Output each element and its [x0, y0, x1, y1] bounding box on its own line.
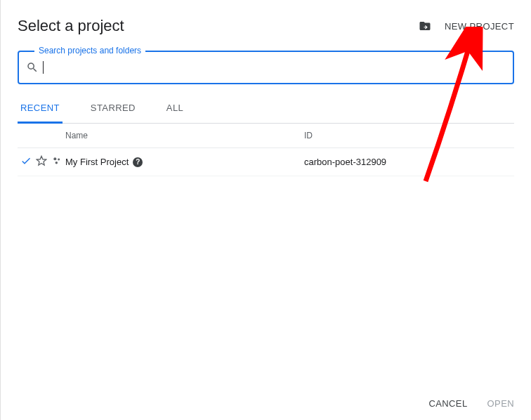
open-button[interactable]: OPEN — [487, 398, 514, 409]
svg-point-2 — [55, 162, 58, 164]
col-header-name: Name — [65, 131, 304, 140]
table-row[interactable]: My First Project ? carbon-poet-312909 — [18, 148, 514, 176]
dialog-footer: CANCEL OPEN — [428, 398, 514, 409]
new-project-button[interactable]: NEW PROJECT — [445, 21, 514, 32]
tabs: RECENT STARRED ALL — [18, 103, 514, 124]
header-actions: NEW PROJECT — [418, 20, 514, 32]
selected-check-icon — [20, 155, 32, 169]
search-input[interactable] — [44, 62, 506, 73]
row-icons — [18, 155, 65, 169]
table-header: Name ID — [18, 124, 514, 148]
col-header-id: ID — [304, 131, 514, 140]
row-name-cell: My First Project ? — [65, 157, 304, 167]
help-icon[interactable]: ? — [133, 157, 143, 167]
dialog-header: Select a project NEW PROJECT — [18, 17, 514, 35]
tab-all[interactable]: ALL — [164, 103, 186, 124]
search-icon — [26, 61, 39, 74]
dialog-title: Select a project — [18, 17, 124, 35]
tab-starred[interactable]: STARRED — [88, 103, 138, 124]
search-field-wrap[interactable]: Search projects and folders — [18, 51, 514, 84]
search-label: Search projects and folders — [34, 46, 145, 55]
project-picker-dialog: Select a project NEW PROJECT Search proj… — [1, 0, 531, 176]
tab-recent[interactable]: RECENT — [18, 103, 63, 124]
project-type-icon — [51, 155, 63, 169]
cancel-button[interactable]: CANCEL — [428, 398, 467, 409]
new-folder-icon[interactable] — [418, 20, 432, 32]
svg-point-0 — [53, 157, 56, 160]
svg-point-1 — [58, 159, 60, 161]
project-name: My First Project — [65, 157, 129, 167]
project-id: carbon-poet-312909 — [304, 157, 514, 167]
star-icon[interactable] — [36, 155, 47, 169]
